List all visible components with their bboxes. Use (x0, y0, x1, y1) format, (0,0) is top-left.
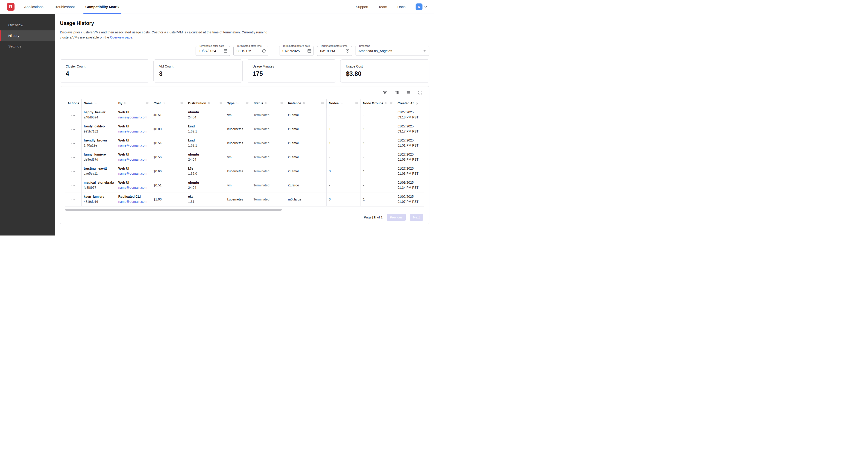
sort-icon[interactable] (236, 102, 239, 105)
column-header[interactable]: Type (225, 99, 251, 108)
chevron-down-icon[interactable] (424, 5, 428, 9)
avatar[interactable]: K (415, 3, 423, 10)
sidebar-item-history[interactable]: History (0, 30, 55, 41)
clock-icon[interactable] (262, 49, 266, 53)
next-page-button[interactable]: Next (410, 214, 423, 221)
row-actions-button[interactable] (70, 196, 77, 203)
column-header[interactable]: Name (81, 99, 116, 108)
nav-item-docs[interactable]: Docs (397, 5, 405, 9)
row-actions-button[interactable] (70, 154, 77, 160)
created-by-source: Web UI (118, 124, 149, 129)
row-actions-button[interactable] (70, 140, 77, 146)
horizontal-scrollbar[interactable] (65, 209, 282, 211)
sort-icon[interactable] (162, 102, 165, 105)
field-value[interactable]: 03:19 PM (320, 49, 343, 53)
column-header[interactable]: Created At (395, 99, 424, 108)
nav-item-label: Troubleshoot (54, 5, 75, 9)
created-by-email-link[interactable]: name@domain.com (118, 115, 149, 120)
column-menu-icon[interactable] (321, 101, 324, 105)
column-header[interactable]: Instance (286, 99, 327, 108)
created-by-source: Web UI (118, 180, 149, 185)
brand-logo[interactable]: R (7, 3, 14, 10)
created-by-email-link[interactable]: name@domain.com (118, 185, 149, 190)
previous-page-button[interactable]: Previous (387, 214, 406, 221)
column-menu-icon[interactable] (390, 101, 393, 105)
nav-item-compatibility-matrix[interactable]: Compatibility Matrix (85, 0, 119, 14)
row-actions-button[interactable] (70, 126, 77, 132)
sort-icon[interactable] (265, 102, 268, 105)
sidebar-item-settings[interactable]: Settings (0, 41, 55, 52)
created-date: 01/09/2025 (398, 180, 422, 185)
cluster-name: trusting_leavitt (84, 166, 114, 171)
created-by-email-link[interactable]: name@domain.com (118, 157, 149, 162)
field-value[interactable]: 10/27/2024 (199, 49, 222, 53)
sort-icon[interactable] (340, 102, 343, 105)
nav-item-support[interactable]: Support (356, 5, 368, 9)
calendar-icon[interactable] (307, 49, 311, 53)
nav-item-label: Docs (397, 5, 405, 9)
field-value[interactable]: 03:19 PM (237, 49, 260, 53)
created-date: 01/27/2025 (398, 166, 422, 171)
created-by-email-link[interactable]: name@domain.com (118, 200, 149, 204)
density-icon[interactable] (406, 90, 411, 95)
clock-icon[interactable] (345, 49, 350, 53)
dropdown-arrow-icon[interactable] (422, 49, 427, 54)
column-menu-icon[interactable] (280, 101, 283, 105)
type-value: vm (227, 155, 232, 159)
sort-icon[interactable] (303, 102, 306, 105)
column-menu-icon[interactable] (355, 101, 358, 105)
columns-icon[interactable] (394, 90, 399, 95)
terminated-before-date-field[interactable]: Terminated before date 01/27/2025 (279, 46, 314, 56)
row-actions-button[interactable] (70, 112, 77, 118)
sorted-desc-icon[interactable] (415, 101, 418, 105)
nav-item-applications[interactable]: Applications (24, 0, 43, 14)
column-header[interactable]: Actions (65, 99, 81, 108)
stat-card-usage-cost: Usage Cost $3.80 (340, 59, 430, 83)
field-value[interactable]: 01/27/2025 (282, 49, 305, 53)
stat-value: 175 (252, 70, 330, 78)
created-by-email-link[interactable]: name@domain.com (118, 143, 149, 148)
filter-icon[interactable] (382, 90, 388, 95)
distribution-name: kind (188, 124, 222, 129)
column-header[interactable]: Cost (151, 99, 186, 108)
column-header[interactable]: Distribution (186, 99, 225, 108)
created-date: 01/27/2025 (398, 110, 422, 115)
column-header[interactable]: Node Groups (361, 99, 395, 108)
terminated-after-date-field[interactable]: Terminated after date 10/27/2024 (195, 46, 230, 56)
column-header[interactable]: Status (251, 99, 286, 108)
field-label: Terminated before date (281, 45, 311, 47)
column-header[interactable]: Nodes (327, 99, 361, 108)
terminated-before-time-field[interactable]: Terminated before time 03:19 PM (317, 46, 352, 56)
column-header-label: Created At (398, 101, 414, 105)
created-time: 01:03 PM PST (398, 157, 422, 162)
column-menu-icon[interactable] (146, 101, 149, 105)
user-menu[interactable]: K (415, 3, 428, 10)
row-actions-button[interactable] (70, 168, 77, 174)
row-actions-button[interactable] (70, 182, 77, 188)
terminated-after-time-field[interactable]: Terminated after time 03:19 PM (234, 46, 268, 56)
cluster-name: happy_beaver (84, 110, 114, 115)
created-by-email-link[interactable]: name@domain.com (118, 129, 149, 134)
column-header[interactable]: By (116, 99, 151, 108)
node-groups-count: 1 (363, 169, 365, 173)
column-menu-icon[interactable] (180, 101, 183, 105)
column-menu-icon[interactable] (246, 101, 249, 105)
field-value[interactable]: America/Los_Angeles (359, 49, 420, 53)
sidebar-item-overview[interactable]: Overview (0, 20, 55, 30)
brand-logo-letter: R (9, 4, 12, 9)
sort-icon[interactable] (385, 102, 388, 105)
timezone-select[interactable]: Timezone America/Los_Angeles (355, 46, 429, 56)
nav-item-team[interactable]: Team (378, 5, 387, 9)
distribution-version: 24.04 (188, 157, 222, 162)
calendar-icon[interactable] (223, 49, 228, 53)
overview-page-link[interactable]: Overview page (110, 35, 132, 39)
distribution-name: ubuntu (188, 180, 222, 185)
sort-icon[interactable] (94, 102, 97, 105)
type-value: vm (227, 113, 232, 117)
sort-icon[interactable] (208, 102, 211, 105)
column-menu-icon[interactable] (219, 101, 222, 105)
sort-icon[interactable] (124, 102, 127, 105)
created-by-email-link[interactable]: name@domain.com (118, 171, 149, 176)
fullscreen-icon[interactable] (417, 90, 423, 95)
nav-item-troubleshoot[interactable]: Troubleshoot (54, 0, 75, 14)
